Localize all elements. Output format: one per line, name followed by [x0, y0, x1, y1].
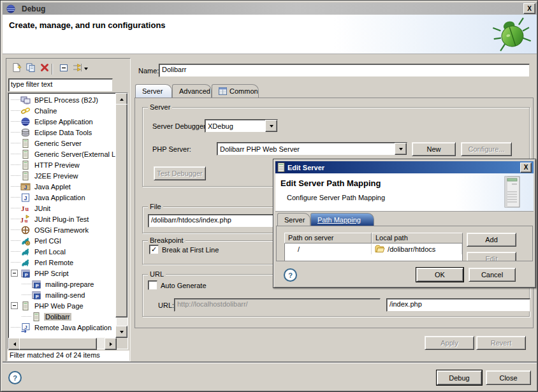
tree-item-label: Eclipse Data Tools — [33, 129, 93, 136]
server-icon — [31, 312, 41, 322]
tab-advanced[interactable]: Advanced — [172, 84, 212, 98]
svg-text:P: P — [36, 294, 39, 300]
tree-connector-line — [11, 186, 20, 187]
close-button[interactable]: Close — [486, 370, 531, 385]
php-server-select[interactable]: Dolibarr PHP Web Server — [217, 142, 407, 156]
url-path-input[interactable]: /index.php — [386, 298, 530, 312]
tree-item-mailing-prepare[interactable]: Pmailing-prepare — [9, 279, 116, 289]
ok-button[interactable]: OK — [416, 268, 463, 282]
tab-common[interactable]: Common — [212, 84, 259, 98]
filter-input[interactable]: type filter text — [8, 78, 113, 92]
tree-item-java-applet[interactable]: JJava Applet — [9, 181, 116, 192]
cancel-button[interactable]: Cancel — [469, 268, 516, 282]
server-icon — [20, 160, 31, 170]
tree-collapse-toggle[interactable] — [11, 302, 18, 309]
dialog-help-icon[interactable]: ? — [284, 268, 297, 282]
eclipse-icon — [20, 117, 31, 127]
dialog-close-button[interactable]: X — [520, 163, 532, 173]
cell-path-on-server: / — [285, 243, 372, 254]
filter-status: Filter matched 24 of 24 items — [8, 351, 129, 361]
break-at-first-line-checkbox[interactable]: ✓ — [149, 245, 159, 254]
apply-button: Apply — [425, 336, 474, 350]
server-icon — [20, 301, 31, 311]
tree-item-php-web-page[interactable]: PHP Web Page — [9, 300, 116, 311]
tree-item-generic-server[interactable]: Generic Server — [9, 138, 116, 149]
debug-button[interactable]: Debug — [437, 370, 482, 385]
new-server-button[interactable]: New — [412, 142, 456, 156]
tree-item-dolibarr[interactable]: Dolibarr — [9, 311, 116, 322]
tree-connector-line — [11, 121, 20, 122]
tree-item-label: Perl Local — [33, 248, 67, 256]
tree-item-mailing-send[interactable]: Pmailing-send — [9, 289, 116, 300]
tab-server[interactable]: Server — [135, 84, 172, 98]
help-icon[interactable]: ? — [8, 371, 22, 384]
tree-connector-line — [11, 132, 20, 133]
tree-item-perl-local[interactable]: Perl Local — [9, 246, 116, 257]
tree-item-php-script[interactable]: PPHP Script — [9, 268, 116, 279]
vscroll-thumb[interactable] — [115, 104, 127, 317]
duplicate-icon — [25, 62, 36, 74]
scroll-right-button[interactable] — [105, 338, 117, 350]
tree-item-bpel-process-b2j[interactable]: BPEL Process (B2J) — [9, 94, 116, 105]
tree-item-label: mailing-prepare — [44, 280, 95, 288]
tree-item-java-application[interactable]: JJava Application — [9, 192, 116, 203]
bpel-icon — [20, 95, 31, 105]
tree-item-osgi-framework[interactable]: OSGi Framework — [9, 224, 116, 235]
duplicate-config-button[interactable] — [24, 62, 37, 74]
svg-text:J: J — [20, 217, 24, 224]
tree-connector-line — [11, 143, 20, 143]
collapse-icon — [59, 62, 69, 74]
dropdown-arrow-icon[interactable] — [265, 120, 277, 132]
window-close-button[interactable]: X — [523, 3, 535, 14]
table-body: //dolibarr/htdocs — [284, 243, 463, 261]
scroll-down-button[interactable] — [115, 326, 127, 338]
tree-collapse-toggle[interactable] — [11, 270, 18, 277]
delete-config-button[interactable] — [38, 62, 51, 74]
column-local-path[interactable]: Local path — [372, 233, 463, 243]
perl-cgi-icon — [20, 236, 31, 246]
tree-vscrollbar[interactable] — [117, 93, 127, 338]
tree-item-junit[interactable]: JuJUnit — [9, 203, 116, 214]
java-remote-icon: J — [20, 323, 31, 333]
dialog-tab-server[interactable]: Server — [277, 213, 310, 226]
dropdown-arrow-icon[interactable] — [395, 143, 407, 155]
local-path-text: /dolibarr/htdocs — [388, 245, 435, 253]
tree-item-eclipse-application[interactable]: Eclipse Application — [9, 116, 116, 127]
path-mapping-table: Path on server Local path //dolibarr/htd… — [284, 233, 463, 261]
tree-item-j2ee-preview[interactable]: J2EE Preview — [9, 170, 116, 181]
tree-item-label: PHP Script — [33, 270, 70, 277]
tree-item-perl-cgi[interactable]: Perl CGI — [9, 235, 116, 246]
junit-icon: Ju — [20, 203, 31, 214]
hscroll-thumb[interactable] — [19, 338, 97, 350]
revert-button: Revert — [476, 336, 526, 350]
tree-item-perl-remote[interactable]: Perl Remote — [9, 257, 116, 268]
tree-item-cha-ne[interactable]: Chaîne — [9, 105, 116, 116]
filter-dropdown-arrow-icon[interactable] — [84, 68, 88, 72]
footer-separator — [3, 361, 537, 363]
column-path-on-server[interactable]: Path on server — [284, 233, 372, 243]
server-debugger-select[interactable]: XDebug — [205, 119, 278, 133]
new-config-button[interactable] — [10, 62, 23, 74]
table-row[interactable]: //dolibarr/htdocs — [285, 243, 462, 254]
collapse-all-button[interactable] — [57, 62, 70, 74]
junit-plugin-icon: Ju — [20, 214, 31, 224]
tree-item-label: Perl CGI — [33, 237, 62, 245]
tree-item-generic-server-external-la[interactable]: Generic Server(External La — [9, 149, 116, 159]
tree-hscrollbar[interactable] — [8, 338, 117, 349]
tree-item-label: Remote Java Application — [33, 324, 113, 331]
tree-connector-line — [11, 164, 20, 165]
tree-item-http-preview[interactable]: HTTP Preview — [9, 159, 116, 170]
svg-text:P: P — [25, 272, 28, 278]
name-input[interactable]: Dolibarr — [159, 64, 530, 77]
configure-server-button[interactable]: Configure... — [461, 142, 512, 156]
new-icon — [11, 62, 22, 74]
tree-item-junit-plug-in-test[interactable]: JuJUnit Plug-in Test — [9, 214, 116, 224]
database-icon — [20, 127, 31, 138]
filter-configs-button[interactable] — [71, 62, 84, 74]
auto-generate-checkbox[interactable] — [148, 280, 157, 290]
tree-item-eclipse-data-tools[interactable]: Eclipse Data Tools — [9, 127, 116, 138]
add-mapping-button[interactable]: Add — [467, 233, 516, 247]
server-icon — [20, 149, 31, 159]
dialog-tab-path-mapping[interactable]: Path Mapping — [310, 213, 374, 226]
tree-item-remote-java-application[interactable]: JRemote Java Application — [9, 322, 116, 333]
